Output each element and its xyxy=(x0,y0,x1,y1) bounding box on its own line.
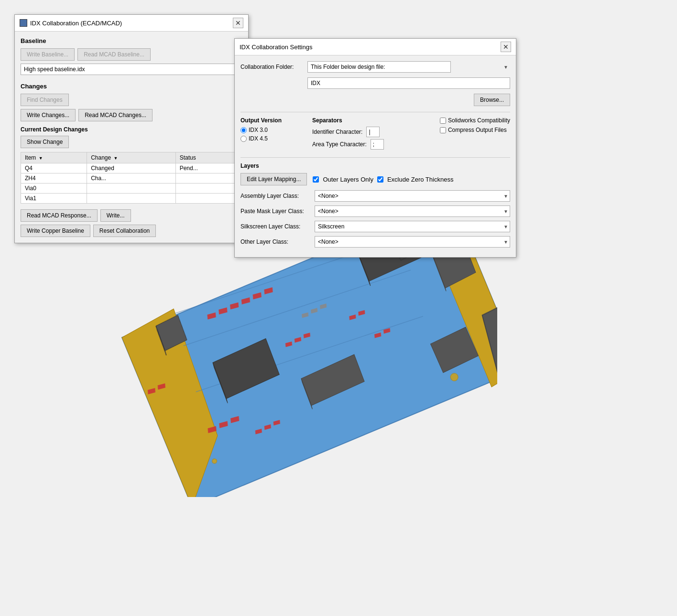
browse-button[interactable]: Browse... xyxy=(474,94,510,106)
cell-item: Via1 xyxy=(21,194,87,204)
assembly-layer-row: Assembly Layer Class: <None> ▼ xyxy=(240,190,510,202)
col-change[interactable]: Change ▼ xyxy=(87,152,176,163)
edit-layer-mapping-button[interactable]: Edit Layer Mapping... xyxy=(240,173,307,185)
silkscreen-layer-row: Silkscreen Layer Class: Silkscreen <None… xyxy=(240,221,510,232)
other-layer-row: Other Layer Class: <None> ▼ xyxy=(240,236,510,248)
outer-layers-checkbox[interactable] xyxy=(313,176,319,183)
main-dialog-title: IDX Collaboration (ECAD/MCAD) xyxy=(30,20,122,27)
output-version-title: Output Version xyxy=(240,117,298,124)
settings-dialog-close[interactable]: ✕ xyxy=(501,42,511,52)
cell-item: ZH4 xyxy=(21,173,87,184)
find-changes-button[interactable]: Find Changes xyxy=(21,94,69,106)
write-copper-baseline-button[interactable]: Write Copper Baseline xyxy=(21,225,90,237)
main-dialog-close[interactable]: ✕ xyxy=(233,18,243,28)
area-type-char-input[interactable] xyxy=(371,139,384,150)
write-changes-button[interactable]: Write Changes... xyxy=(21,109,76,121)
layers-section: Layers Edit Layer Mapping... Outer Layer… xyxy=(240,162,510,248)
paste-mask-dropdown[interactable]: <None> xyxy=(315,205,510,217)
output-version-group: Output Version IDX 3.0 IDX 4.5 xyxy=(240,117,298,151)
baseline-file-input[interactable] xyxy=(21,64,242,75)
table-row[interactable]: Via0 xyxy=(21,184,242,194)
idx45-radio[interactable] xyxy=(240,136,247,142)
changes-table: Item ▼ Change ▼ Status Q4 Changed Pend..… xyxy=(21,152,242,204)
col-status[interactable]: Status xyxy=(175,152,242,163)
write-baseline-button[interactable]: Write Baseline... xyxy=(21,48,75,61)
assembly-layer-label: Assembly Layer Class: xyxy=(240,193,310,199)
table-row[interactable]: ZH4 Cha... xyxy=(21,173,242,184)
solidworks-checkbox[interactable] xyxy=(440,118,446,124)
idx45-label: IDX 4.5 xyxy=(249,135,268,142)
read-mcad-response-button[interactable]: Read MCAD Response... xyxy=(21,209,98,222)
collab-folder-label: Collaboration Folder: xyxy=(240,64,303,70)
main-dialog-titlebar: IDX Collaboration (ECAD/MCAD) ✕ xyxy=(15,15,248,32)
other-layer-label: Other Layer Class: xyxy=(240,238,310,245)
baseline-label: Baseline xyxy=(21,37,242,44)
changes-section: Changes Find Changes Write Changes... Re… xyxy=(21,83,242,204)
settings-dialog-titlebar: IDX Collaboration Settings ✕ xyxy=(235,39,516,55)
collab-folder-dropdown-arrow: ▼ xyxy=(503,65,508,70)
cell-status xyxy=(175,184,242,194)
cell-change: Cha... xyxy=(87,173,176,184)
cell-change xyxy=(87,184,176,194)
collab-folder-row: Collaboration Folder: This Folder below … xyxy=(240,61,510,73)
table-row[interactable]: Via1 xyxy=(21,194,242,204)
cell-status xyxy=(175,194,242,204)
separators-title: Separators xyxy=(312,117,426,124)
exclude-zero-checkbox[interactable] xyxy=(377,176,383,183)
paste-mask-label: Paste Mask Layer Class: xyxy=(240,208,310,215)
area-type-label: Area Type Character: xyxy=(312,141,367,148)
write-mcad-response-button[interactable]: Write... xyxy=(100,209,131,222)
cell-change: Changed xyxy=(87,163,176,173)
read-mcad-baseline-button[interactable]: Read MCAD Baseline... xyxy=(77,48,151,61)
checkboxes-group: Solidworks Compatibility Compress Output… xyxy=(440,117,510,151)
idx30-radio[interactable] xyxy=(240,127,247,133)
folder-value-row xyxy=(240,77,510,89)
cell-status: Pend... xyxy=(175,163,242,173)
settings-dialog-title: IDX Collaboration Settings xyxy=(240,43,312,51)
assembly-layer-dropdown[interactable]: <None> xyxy=(315,190,510,202)
paste-mask-layer-row: Paste Mask Layer Class: <None> ▼ xyxy=(240,205,510,217)
identifier-char-label: Identifier Character: xyxy=(312,129,362,135)
silkscreen-label: Silkscreen Layer Class: xyxy=(240,223,310,230)
compress-checkbox[interactable] xyxy=(440,127,446,133)
idx30-label: IDX 3.0 xyxy=(249,127,268,133)
cell-change xyxy=(87,194,176,204)
app-icon xyxy=(20,19,27,27)
exclude-zero-label: Exclude Zero Thickness xyxy=(387,176,454,183)
collab-folder-dropdown[interactable]: This Folder below design file: Custom Fo… xyxy=(307,61,451,73)
col-item[interactable]: Item ▼ xyxy=(21,152,87,163)
main-dialog: IDX Collaboration (ECAD/MCAD) ✕ Baseline… xyxy=(14,14,249,243)
current-design-label: Current Design Changes xyxy=(21,126,242,133)
cell-item: Via0 xyxy=(21,184,87,194)
layers-label: Layers xyxy=(240,162,510,169)
changes-label: Changes xyxy=(21,83,242,90)
identifier-char-input[interactable] xyxy=(366,127,380,137)
settings-dialog: IDX Collaboration Settings ✕ Collaborati… xyxy=(234,38,516,258)
read-mcad-changes-button[interactable]: Read MCAD Changes... xyxy=(78,109,153,121)
solidworks-label: Solidworks Compatibility xyxy=(448,117,510,124)
folder-value-input[interactable] xyxy=(307,77,510,89)
compress-label: Compress Output Files xyxy=(448,127,507,133)
baseline-section: Baseline Write Baseline... Read MCAD Bas… xyxy=(21,37,242,75)
cell-status xyxy=(175,173,242,184)
other-layer-dropdown[interactable]: <None> xyxy=(315,236,510,248)
show-change-button[interactable]: Show Change xyxy=(21,136,69,148)
reset-collaboration-button[interactable]: Reset Collaboration xyxy=(93,225,156,237)
cell-item: Q4 xyxy=(21,163,87,173)
separators-group: Separators Identifier Character: Area Ty… xyxy=(312,117,426,151)
silkscreen-dropdown[interactable]: Silkscreen <None> xyxy=(315,221,510,232)
table-row[interactable]: Q4 Changed Pend... xyxy=(21,163,242,173)
outer-layers-label: Outer Layers Only xyxy=(323,176,373,183)
